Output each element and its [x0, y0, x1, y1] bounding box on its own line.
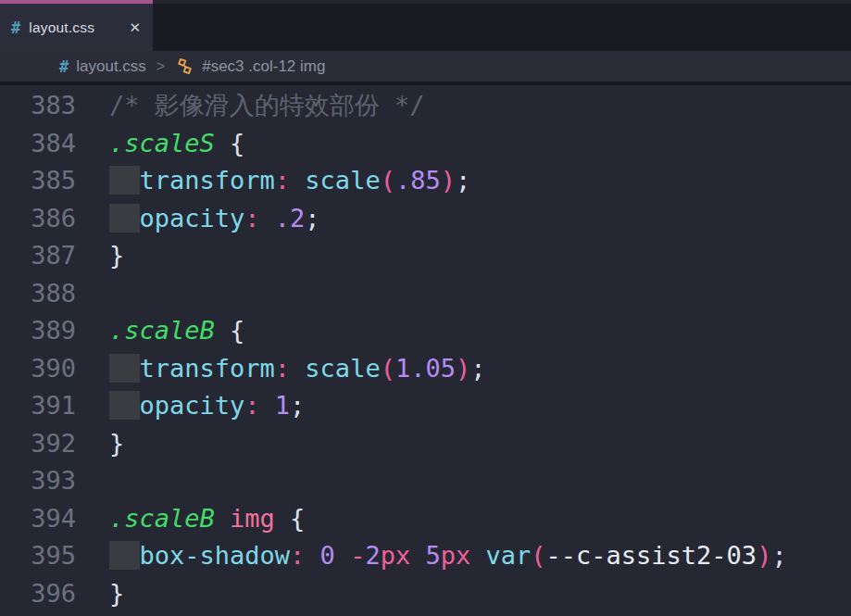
code-token — [260, 204, 275, 233]
code-token: ) — [757, 541, 771, 570]
code-token: - — [350, 541, 365, 570]
code-line-396: 396} — [0, 575, 851, 613]
code-token: ; — [305, 204, 319, 233]
line-content — [109, 462, 851, 500]
code-line-395: 395 box-shadow: 0 -2px 5px var(--c-assis… — [0, 537, 851, 575]
line-content: transform: scale(.85); — [109, 162, 851, 200]
line-number: 395 — [0, 537, 109, 575]
code-line-388: 388 — [0, 275, 851, 313]
code-token: .2 — [275, 204, 306, 233]
code-token: { — [230, 129, 244, 157]
code-line-391: 391 opacity: 1; — [0, 387, 851, 425]
breadcrumb-item-file[interactable]: # layout.css — [59, 57, 146, 76]
line-content: box-shadow: 0 -2px 5px var(--c-assist2-0… — [109, 537, 851, 575]
code-token: 2 — [365, 541, 380, 570]
line-number: 388 — [0, 275, 109, 313]
code-token: } — [109, 429, 124, 458]
breadcrumb-selector-label: #sec3 .col-12 img — [202, 57, 325, 76]
css-file-icon: # — [59, 57, 69, 76]
line-content: } — [109, 425, 851, 463]
code-token: { — [230, 316, 244, 345]
line-number: 386 — [0, 200, 109, 238]
code-token: 1.05 — [395, 354, 456, 383]
code-token — [290, 354, 305, 383]
code-token: /* 影像滑入的特效部份 */ — [109, 91, 425, 119]
code-line-390: 390 transform: scale(1.05); — [0, 350, 851, 388]
code-token: ) — [456, 354, 470, 383]
line-number: 383 — [0, 87, 109, 125]
code-line-387: 387} — [0, 237, 851, 275]
line-content: opacity: 1; — [109, 387, 851, 425]
tab-label: layout.css — [29, 19, 94, 36]
line-content: } — [109, 575, 851, 613]
code-token — [215, 316, 230, 345]
code-token: } — [109, 241, 124, 270]
line-number: 392 — [0, 425, 109, 463]
breadcrumb: # layout.css > #sec3 .col-12 img — [0, 51, 851, 82]
code-token: transform — [140, 166, 275, 195]
code-token: px — [441, 541, 471, 570]
code-token — [215, 129, 230, 157]
code-token — [290, 166, 305, 195]
code-token: opacity — [140, 204, 245, 233]
indent-guide-block — [109, 541, 140, 570]
code-token: .scaleB — [109, 316, 215, 345]
breadcrumb-item-selector[interactable]: #sec3 .col-12 img — [175, 57, 325, 76]
code-token: opacity — [140, 391, 245, 420]
line-number: 389 — [0, 312, 109, 350]
line-number: 385 — [0, 162, 109, 200]
code-line-383: 383/* 影像滑入的特效部份 */ — [0, 87, 851, 125]
code-token: ; — [456, 166, 470, 195]
line-content: /* 影像滑入的特效部份 */ — [109, 87, 851, 125]
code-token — [410, 541, 425, 570]
code-token: ; — [290, 391, 305, 420]
code-token — [215, 504, 230, 533]
code-token: box-shadow — [140, 541, 291, 570]
editor-tab-bar: # layout.css ✕ — [0, 0, 851, 51]
line-content: transform: scale(1.05); — [109, 350, 851, 388]
code-token: ( — [381, 354, 395, 383]
code-token — [335, 541, 350, 570]
line-content: .scaleB { — [109, 312, 851, 350]
line-number: 394 — [0, 500, 109, 538]
indent-guide-block — [109, 166, 140, 195]
close-tab-icon[interactable]: ✕ — [129, 19, 141, 36]
code-token: : — [244, 204, 259, 233]
code-token: .85 — [395, 166, 441, 195]
code-token — [305, 541, 319, 570]
code-line-389: 389.scaleB { — [0, 312, 851, 350]
code-token — [275, 504, 290, 533]
line-content — [109, 275, 851, 313]
line-content: } — [109, 237, 851, 275]
code-line-392: 392} — [0, 425, 851, 463]
code-token: .scaleS — [109, 129, 215, 157]
css-rule-icon — [175, 57, 194, 76]
tab-layout-css[interactable]: # layout.css ✕ — [0, 0, 153, 51]
code-token: scale — [305, 354, 380, 383]
code-token: : — [275, 166, 290, 195]
line-number: 393 — [0, 462, 109, 500]
code-token: var — [486, 541, 532, 570]
code-token: ( — [531, 541, 545, 570]
code-token: px — [381, 541, 411, 570]
code-token — [260, 391, 275, 420]
code-token: 0 — [320, 541, 335, 570]
code-line-384: 384.scaleS { — [0, 125, 851, 163]
code-token: scale — [305, 166, 380, 195]
line-number: 391 — [0, 387, 109, 425]
code-token: : — [244, 391, 259, 420]
line-number: 390 — [0, 350, 109, 388]
code-token: ) — [441, 166, 456, 195]
code-line-385: 385 transform: scale(.85); — [0, 162, 851, 200]
code-line-386: 386 opacity: .2; — [0, 200, 851, 238]
code-line-394: 394.scaleB img { — [0, 500, 851, 538]
code-token: 1 — [275, 391, 290, 420]
code-token: --c-assist2-03 — [546, 541, 757, 570]
code-token: ; — [470, 354, 485, 383]
code-line-393: 393 — [0, 462, 851, 500]
line-number: 396 — [0, 575, 109, 613]
line-number: 387 — [0, 237, 109, 275]
editor[interactable]: 383/* 影像滑入的特效部份 */384.scaleS {385 transf… — [0, 85, 851, 612]
code-token: transform — [140, 354, 275, 383]
indent-guide-block — [109, 204, 140, 233]
